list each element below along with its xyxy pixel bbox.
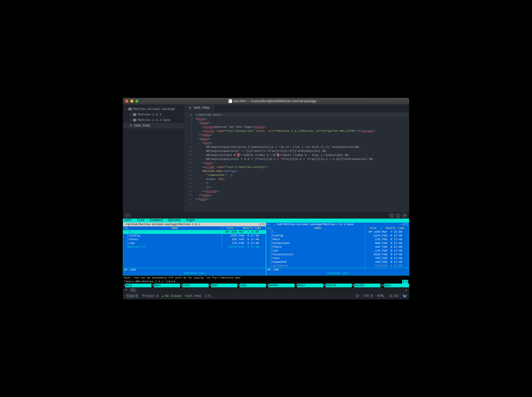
tab-label: test.html bbox=[193, 106, 210, 110]
mc-menu-item[interactable]: Options bbox=[168, 219, 181, 222]
mc-right-panel[interactable]: <- ...hub/MathJax-minimal-package/MathJa… bbox=[266, 222, 409, 276]
mc-file-row[interactable]: /fonts102Feb 8 17:46 bbox=[123, 238, 266, 241]
chevron-right-icon[interactable]: › bbox=[129, 113, 131, 116]
line-ending[interactable]: LF bbox=[356, 294, 359, 298]
fkey-pulldn[interactable]: 9PullDn bbox=[352, 284, 381, 287]
chevron-right-icon[interactable]: › bbox=[129, 118, 131, 122]
document-icon bbox=[229, 99, 232, 103]
mc-menu-item[interactable]: File bbox=[137, 219, 144, 222]
close-icon[interactable]: ✕ bbox=[402, 213, 407, 218]
html-file-icon: ⑤ bbox=[189, 106, 192, 109]
tree-item-label: test.html bbox=[134, 124, 150, 127]
language-mode[interactable]: HTML bbox=[377, 294, 385, 298]
project-count[interactable]: Project 0 bbox=[142, 294, 158, 298]
close-terminal-icon[interactable]: ✕ bbox=[405, 288, 407, 292]
tree-root[interactable]: ⌄ MathJax-minimal-package bbox=[123, 106, 184, 112]
mc-col-name[interactable]: Name bbox=[271, 226, 365, 230]
squirrel-icon[interactable]: 🐿 bbox=[403, 294, 407, 299]
mc-menu-item[interactable]: Command bbox=[150, 219, 163, 222]
check-icon: ✔ bbox=[162, 294, 164, 298]
add-terminal-button[interactable]: + bbox=[125, 288, 127, 292]
mc-path-bar[interactable]: ~/github/MathJax-minimal-package/MathJax… bbox=[123, 223, 266, 226]
mc-col-n: .n bbox=[266, 226, 271, 230]
prompt-caret: [^] bbox=[402, 280, 408, 284]
folder-icon bbox=[128, 108, 132, 110]
mc-file-list[interactable]: /..UP--DIRMar 7 21:58/config1224Feb 8 17… bbox=[123, 230, 266, 249]
status-filename[interactable]: test.html bbox=[185, 294, 201, 298]
fkey-edit[interactable]: 4Edit bbox=[209, 284, 237, 287]
minimize-icon[interactable] bbox=[130, 100, 133, 103]
maximize-icon[interactable] bbox=[135, 100, 138, 103]
terminal[interactable]: LeftFileCommandOptionsRight ~/github/Mat… bbox=[123, 219, 409, 287]
mc-file-row[interactable]: /jax170Feb 8 17:46 bbox=[266, 249, 409, 253]
mc-file-row[interactable]: MathJax.js62176Feb 8 17:46 bbox=[123, 245, 266, 249]
mc-file-row[interactable]: .gitignore139Feb 8 17:46 bbox=[266, 264, 409, 268]
file-count[interactable]: File 0 bbox=[125, 294, 139, 298]
shell-prompt[interactable]: Tibors-MBP:MathJax-2.6.1 tibor$ [^] bbox=[123, 280, 409, 284]
html-file-icon: ⑤ bbox=[129, 124, 132, 127]
tree-root-label: MathJax-minimal-package bbox=[133, 107, 175, 111]
mc-status: UP--DIR bbox=[266, 268, 409, 272]
mc-column-headers[interactable]: .n Name Size Modify time bbox=[266, 226, 409, 230]
mc-col-name[interactable]: Name bbox=[128, 226, 222, 230]
mc-disk-usage: 23G/233G (9%) bbox=[123, 272, 266, 275]
mc-file-row[interactable]: /unpacked238Feb 8 17:46 bbox=[266, 260, 409, 264]
editor-window: test.html — /Users/tibor/github/MathJax-… bbox=[123, 98, 409, 299]
fullscreen-icon[interactable]: ⛶ bbox=[389, 213, 394, 218]
terminal-header: ⛶ ⌄ ✕ bbox=[123, 213, 409, 219]
tree-folder[interactable]: › MathJax-2.6.1-base bbox=[123, 117, 184, 123]
mc-col-date[interactable]: Modify time bbox=[238, 226, 266, 230]
tree-folder[interactable]: › MathJax-2.6.1 bbox=[123, 112, 184, 117]
mc-left-panel[interactable]: ~/github/MathJax-minimal-package/MathJax… bbox=[123, 222, 266, 276]
tree-file-selected[interactable]: ⑤ test.html bbox=[123, 123, 184, 128]
mc-file-row[interactable]: /extensions680Feb 8 17:46 bbox=[266, 241, 409, 245]
chevron-down-icon[interactable]: ⌄ bbox=[125, 107, 127, 111]
titlebar[interactable]: test.html — /Users/tibor/github/MathJax-… bbox=[123, 98, 409, 104]
mc-file-row[interactable]: /localization1530Feb 8 17:46 bbox=[266, 253, 409, 256]
mc-menu-item[interactable]: Right bbox=[186, 219, 195, 222]
mc-file-row[interactable]: /..UP--DIRMar 7 21:58 bbox=[123, 230, 266, 234]
mc-path: ~/github/MathJax-minimal-package/MathJax… bbox=[124, 223, 200, 226]
mc-file-row[interactable]: /docs170Feb 8 17:46 bbox=[266, 238, 409, 241]
mc-menu-item[interactable]: Left bbox=[124, 219, 132, 222]
mc-col-date[interactable]: Modify time bbox=[381, 226, 409, 230]
mc-col-size[interactable]: Size bbox=[365, 226, 381, 230]
mc-col-size[interactable]: Size bbox=[222, 226, 238, 230]
mc-menu-bar[interactable]: LeftFileCommandOptionsRight bbox=[123, 219, 409, 222]
mc-function-keys[interactable]: 1Help2Menu3View4Edit5Copy6RenMov7Mkdir8D… bbox=[123, 284, 409, 287]
editor-tab[interactable]: ⑤ test.html bbox=[184, 104, 215, 112]
cursor-position[interactable]: 1:5 bbox=[205, 294, 210, 298]
fkey-help[interactable]: 1Help bbox=[123, 284, 151, 287]
fkey-copy[interactable]: 5Copy bbox=[237, 284, 266, 287]
encoding[interactable]: UTF-8 bbox=[364, 294, 373, 298]
chevron-down-icon[interactable]: ⌄ bbox=[396, 213, 401, 218]
code-content[interactable]: <!DOCTYPE html>¬<html>¬··<head>¬····<tit… bbox=[194, 112, 409, 212]
keyboard-icon[interactable] bbox=[125, 214, 130, 217]
fkey-renmov[interactable]: 6RenMov bbox=[266, 284, 295, 287]
mc-file-row[interactable]: /test748Feb 8 17:46 bbox=[266, 256, 409, 260]
mc-file-row[interactable]: /..UP--DIRMar 7 21:58 bbox=[266, 230, 409, 234]
issues-status[interactable]: ✔ No Issues bbox=[162, 294, 182, 298]
fkey-delete[interactable]: 8Delete bbox=[323, 284, 352, 287]
tree-item-label: MathJax-2.6.1 bbox=[138, 113, 162, 116]
mc-disk-usage: 23G/233G (9%) bbox=[266, 272, 409, 275]
mc-file-row[interactable]: /config1224Feb 8 17:46 bbox=[266, 234, 409, 238]
mc-path-bar[interactable]: <- ...hub/MathJax-minimal-package/MathJa… bbox=[266, 223, 409, 226]
mc-col-n: .n bbox=[123, 226, 128, 230]
mc-file-row[interactable]: /fonts102Feb 8 17:46 bbox=[266, 245, 409, 249]
mc-file-row[interactable]: /config1224Feb 8 17:46 bbox=[123, 234, 266, 238]
file-tree-sidebar[interactable]: ⌄ MathJax-minimal-package › MathJax-2.6.… bbox=[123, 104, 184, 212]
close-icon[interactable] bbox=[125, 100, 128, 103]
code-editor[interactable]: 1234567891011121314151617181920212223 <!… bbox=[184, 112, 409, 212]
line-gutter[interactable]: 1234567891011121314151617181920212223 bbox=[184, 112, 194, 212]
fkey-quit[interactable]: 10Quit bbox=[381, 284, 409, 287]
fkey-view[interactable]: 3View bbox=[180, 284, 209, 287]
fkey-mkdir[interactable]: 7Mkdir bbox=[295, 284, 323, 287]
fkey-menu[interactable]: 2Menu bbox=[151, 284, 180, 287]
tab-bar[interactable]: ⑤ test.html bbox=[184, 104, 409, 112]
mc-column-headers[interactable]: .n Name Size Modify time bbox=[123, 226, 266, 230]
folder-icon bbox=[133, 113, 136, 116]
mc-file-row[interactable]: /jax170Feb 8 17:46 bbox=[123, 241, 266, 245]
terminal-tab-icon[interactable]: >_ bbox=[130, 288, 136, 292]
mc-file-list[interactable]: /..UP--DIRMar 7 21:58/config1224Feb 8 17… bbox=[266, 230, 409, 268]
